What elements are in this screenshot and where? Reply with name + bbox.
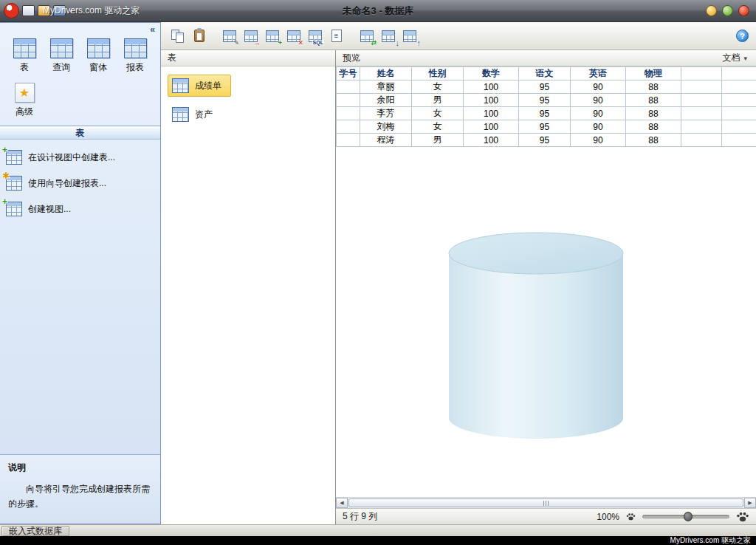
sidebar-item-reports[interactable]: 报表 [117,38,154,74]
sidebar-item-forms[interactable]: 窗体 [80,38,117,74]
sidebar-item-label: 报表 [126,61,144,74]
sidebar-nav: 表 查询 窗体 报表 ★ 高级 [0,34,160,126]
table-icon [172,78,189,93]
table-row: 程涛 男 100 95 90 88 [337,134,756,147]
sidebar-item-queries[interactable]: 查询 [43,38,80,74]
list-item-assets[interactable]: 资产 [168,103,222,126]
delete-record-icon[interactable]: ✕ [284,27,303,45]
list-item-grades[interactable]: 成绩单 [168,75,231,97]
scrollbar-thumb[interactable] [348,498,743,507]
view-definition-icon[interactable]: ≡ [327,27,346,45]
document-menu-button[interactable]: 文档 ▾ [720,51,749,65]
create-table-designview-item[interactable]: + 在设计视图中创建表... [6,150,154,165]
cylinder-graphic [448,232,624,440]
star-icon: ★ [15,83,35,103]
help-button[interactable]: ? [736,30,749,42]
open-icon[interactable] [38,5,50,16]
plus-badge-icon: + [2,196,7,207]
action-label: 创建视图... [28,203,71,216]
app-logo-icon [4,3,19,18]
column-header: 数学 [464,67,519,80]
horizontal-scrollbar: ◀ ▶ [336,497,756,508]
minimize-button[interactable] [706,5,717,16]
table-row: 章丽 女 100 95 90 88 [337,80,756,94]
description-text: 向导将引导您完成创建报表所需的步骤。 [8,482,152,512]
create-view-item[interactable]: + 创建视图... [6,202,154,216]
sort-descending-icon[interactable]: ↑ [400,27,419,45]
export-data-icon[interactable]: ⇄ [357,27,376,45]
column-header: 英语 [571,67,626,80]
document-menu-label: 文档 [722,52,740,64]
scroll-left-button[interactable]: ◀ [336,498,348,508]
scrollbar-track[interactable] [348,498,744,508]
toolbar-table-group: ✎ → + ✕ SQL ≡ [220,27,346,45]
zoom-in-icon[interactable] [736,511,749,522]
collapse-sidebar-button[interactable]: « [150,26,155,33]
paste-icon[interactable] [190,27,208,45]
statusbar: 嵌入式数据库 [0,524,756,536]
window-controls [706,5,756,16]
copy-icon[interactable] [168,27,187,45]
sidebar-item-tables[interactable]: 表 [6,38,43,74]
insert-record-icon[interactable]: + [263,27,281,45]
sidebar-item-label: 窗体 [89,61,107,74]
tables-panel-title: 表 [168,52,176,64]
zoom-slider-thumb[interactable] [684,512,693,521]
toolbar: ✎ → + ✕ SQL ≡ [161,22,756,50]
preview-grid: 学号 姓名 性别 数学 语文 英语 物理 [336,66,756,147]
sort-ascending-icon[interactable]: ↓ [379,27,397,45]
chevron-down-icon: ▾ [743,55,747,62]
preview-header: 预览 文档 ▾ [336,50,756,66]
sidebar-item-label: 高级 [16,106,33,118]
zoom-out-icon[interactable] [626,513,636,521]
zoom-slider[interactable] [642,515,729,518]
scroll-right-button[interactable]: ▶ [744,498,756,508]
save-icon[interactable] [53,5,66,16]
window-title: 未命名3 - 数据库 [0,4,756,18]
new-document-icon[interactable] [22,5,35,16]
column-header: 语文 [519,67,571,80]
sql-query-icon[interactable]: SQL [306,27,324,45]
report-icon [124,38,147,58]
create-report-wizard-item[interactable]: ✱ 使用向导创建报表... [6,176,154,191]
form-icon [87,38,110,58]
footer-watermark-bar: MyDrivers.com 驱动之家 [0,536,756,545]
right-column: ✎ → + ✕ SQL ≡ [161,22,756,524]
preview-title: 预览 [343,52,360,64]
zoom-controls: 100% [597,511,749,522]
tables-panel: 表 成绩单 资产 [161,50,336,524]
sidebar-spacer [0,227,160,454]
action-label: 在设计视图中创建表... [28,151,115,164]
close-button[interactable] [738,5,749,16]
tables-panel-header: 表 [161,50,335,66]
table-icon [172,107,189,122]
design-table-icon[interactable]: ✎ [220,27,238,45]
sidebar: « 表 查询 窗体 报表 ★ 高级 表 [0,22,161,524]
sidebar-item-advanced[interactable]: ★ 高级 [6,83,43,118]
rows-cols-label: 5 行 9 列 [343,510,377,523]
quick-access-toolbar: ▾ [0,3,73,18]
import-data-icon[interactable]: → [241,27,260,45]
description-box: 说明 向导将引导您完成创建报表所需的步骤。 [0,454,160,524]
wizard-badge-icon: ✱ [2,171,10,181]
column-header [681,67,722,80]
new-view-icon: + [6,202,22,216]
titlebar: ▾ MyDrivers.com 驱动之家 未命名3 - 数据库 [0,0,756,22]
list-item-label: 资产 [195,109,213,121]
toolbar-sort-group: ⇄ ↓ ↑ [357,27,419,45]
column-header: 学号 [337,67,360,80]
zoom-level-label: 100% [597,512,619,522]
table-header-row: 学号 姓名 性别 数学 语文 英语 物理 [337,67,756,80]
sidebar-section-title: 表 [0,126,160,140]
sidebar-item-label: 表 [20,61,29,74]
sidebar-top-strip: « [0,23,160,34]
tables-icon [13,38,36,58]
maximize-button[interactable] [722,5,733,16]
column-header [722,67,756,80]
table-row: 李芳 女 100 95 90 88 [337,107,756,120]
sidebar-item-label: 查询 [52,61,70,74]
list-item-label: 成绩单 [195,80,221,92]
quick-access-menu-arrow-icon[interactable]: ▾ [69,7,73,15]
table-row: 刘梅 女 100 95 90 88 [337,120,756,134]
new-table-icon: + [6,150,22,165]
